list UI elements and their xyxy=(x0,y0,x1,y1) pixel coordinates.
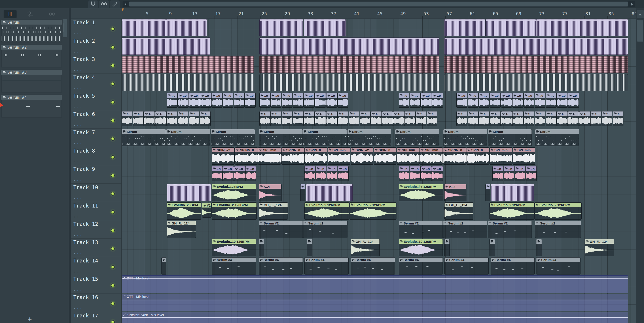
add-pattern-button[interactable]: + xyxy=(28,315,32,323)
track-name[interactable]: Track 6 xyxy=(73,111,95,117)
tool-tab[interactable] xyxy=(88,0,98,8)
audio-clip[interactable]: ..n xyxy=(421,166,432,181)
pattern-clip[interactable] xyxy=(444,74,628,91)
tool-tab[interactable] xyxy=(110,0,120,8)
audio-clip[interactable]: SPI..min xyxy=(397,147,420,165)
pattern-clip[interactable] xyxy=(444,56,628,73)
audio-clip[interactable]: SPIN..#2 xyxy=(212,147,234,165)
track-header[interactable]: Track 7... xyxy=(71,129,122,147)
mute-led[interactable] xyxy=(111,174,115,177)
audio-clip[interactable]: t. xyxy=(122,111,132,126)
audio-clip[interactable]: ..n xyxy=(327,166,338,181)
track-header[interactable]: Track 16... xyxy=(71,294,122,312)
pattern-clip[interactable] xyxy=(259,239,264,256)
pattern-preview[interactable] xyxy=(1,24,62,42)
track-header[interactable]: Track 1... xyxy=(71,19,122,37)
audio-clip[interactable]: ..e xyxy=(178,93,189,108)
track-name[interactable]: Track 13 xyxy=(73,240,98,245)
audio-clip[interactable]: t. xyxy=(501,111,512,126)
audio-clip[interactable]: ..e xyxy=(270,93,281,108)
playback-start-marker[interactable] xyxy=(122,8,124,11)
pattern-preview[interactable] xyxy=(1,75,62,92)
pattern-clip[interactable] xyxy=(444,37,628,55)
audio-clip[interactable]: t. xyxy=(371,111,382,126)
mute-led[interactable] xyxy=(111,210,115,214)
audio-clip[interactable]: ..e xyxy=(200,93,211,108)
pattern-clip[interactable]: Serum #4 xyxy=(399,257,443,275)
audio-clip[interactable]: ..e xyxy=(524,93,534,108)
audio-clip[interactable]: t. xyxy=(200,111,210,126)
audio-clip[interactable]: ..e xyxy=(338,93,348,108)
mute-led[interactable] xyxy=(111,192,115,196)
vertical-scrollbar-thumb[interactable] xyxy=(637,20,643,41)
mute-led[interactable] xyxy=(111,302,115,306)
pattern-preview[interactable] xyxy=(1,50,62,67)
audio-clip[interactable]: ..n xyxy=(492,166,503,181)
pattern-clip[interactable]: Serum #4 xyxy=(304,257,348,275)
audio-clip[interactable]: ..n xyxy=(514,166,525,181)
audio-clip[interactable]: ..e xyxy=(222,93,233,108)
pattern-clip[interactable]: Serum #2 xyxy=(259,221,303,238)
audio-clip[interactable]: t. xyxy=(479,111,490,126)
pattern-clip[interactable]: Serum xyxy=(488,129,532,146)
pattern-clip[interactable]: Serum xyxy=(443,129,488,146)
audio-clip[interactable]: SPI..min xyxy=(490,147,512,165)
pattern-clip[interactable]: Serum #4 xyxy=(536,257,580,275)
audio-clip[interactable]: t. xyxy=(602,111,612,126)
pattern-clip[interactable]: Serum #2 xyxy=(303,221,348,238)
audio-clip[interactable]: ..n xyxy=(410,166,420,181)
audio-clip[interactable]: ..e xyxy=(512,93,523,108)
track-options-button[interactable]: ... xyxy=(73,85,83,90)
audio-clip[interactable]: t. xyxy=(613,111,624,126)
pattern-clip[interactable] xyxy=(260,19,304,36)
audio-clip[interactable]: SPI..min xyxy=(420,147,443,165)
pattern-clip[interactable]: Serum xyxy=(535,129,580,146)
audio-clip[interactable]: SPIN..0 xyxy=(374,147,397,165)
audio-clip[interactable]: SPI..min xyxy=(258,147,281,165)
pattern-clip[interactable]: Serum #4 xyxy=(212,257,256,275)
pattern-clip[interactable]: Serum xyxy=(347,129,392,146)
audio-clip[interactable]: t. xyxy=(178,111,188,126)
audio-clip[interactable]: Evolutio..26BPM xyxy=(167,202,201,220)
track-options-button[interactable]: ... xyxy=(73,305,83,310)
pattern-clip[interactable]: Serum xyxy=(122,129,166,146)
pattern-clip[interactable]: Serum #4 xyxy=(444,257,488,275)
audio-clip[interactable]: t. xyxy=(360,111,370,126)
pattern-scrollbar-thumb[interactable] xyxy=(63,19,67,37)
audio-clip[interactable]: ..e xyxy=(432,93,443,108)
track-name[interactable]: Track 9 xyxy=(73,166,95,172)
audio-clip[interactable]: t. xyxy=(282,111,292,126)
mute-led[interactable] xyxy=(111,284,115,287)
audio-clip[interactable]: ..e xyxy=(399,93,410,108)
mute-led[interactable] xyxy=(111,45,115,49)
audio-clip[interactable]: Evoluti..126BPM xyxy=(212,184,256,201)
audio-clip[interactable]: ..n xyxy=(526,166,536,181)
automation-clip[interactable]: OTT - Mix level xyxy=(122,294,628,312)
audio-clip[interactable]: t. xyxy=(326,111,337,126)
audio-clip[interactable]: ..e xyxy=(557,93,568,108)
audio-clip[interactable]: t. xyxy=(490,111,501,126)
pattern-clip[interactable]: Serum #4 xyxy=(490,257,535,275)
pattern-clip[interactable]: Serum #2 xyxy=(399,221,443,238)
track-options-button[interactable]: ... xyxy=(73,268,83,273)
pattern-item-3[interactable]: Serum #3 xyxy=(1,70,62,75)
track-options-button[interactable]: ... xyxy=(73,140,83,145)
timeline-ruler[interactable]: 5913172125293337414549535761656973778185… xyxy=(122,8,636,19)
audio-clip[interactable]: ..e xyxy=(568,93,579,108)
audio-clip[interactable]: ..e xyxy=(479,93,490,108)
track-name[interactable]: Track 8 xyxy=(73,148,95,154)
track-header[interactable]: Track 2... xyxy=(71,37,122,55)
audio-clip[interactable]: ..e xyxy=(245,93,256,108)
mute-led[interactable] xyxy=(111,320,115,323)
audio-clip[interactable]: t. xyxy=(348,111,359,126)
playlist-grid[interactable]: ..e..e..e..e..e..e..e..e..e..e..e..e..e.… xyxy=(122,19,636,323)
scroll-left-icon[interactable] xyxy=(124,3,126,5)
mute-led[interactable] xyxy=(111,82,115,86)
pattern-clip[interactable]: Serum xyxy=(259,129,303,146)
pattern-clip[interactable] xyxy=(162,257,166,275)
audio-clip[interactable]: t. xyxy=(189,111,200,126)
audio-clip[interactable]: SPI..min xyxy=(512,147,535,165)
audio-clip[interactable]: K..4 xyxy=(444,184,466,201)
audio-clip[interactable]: SPIN..0 xyxy=(304,147,327,165)
mute-led[interactable] xyxy=(111,27,115,31)
